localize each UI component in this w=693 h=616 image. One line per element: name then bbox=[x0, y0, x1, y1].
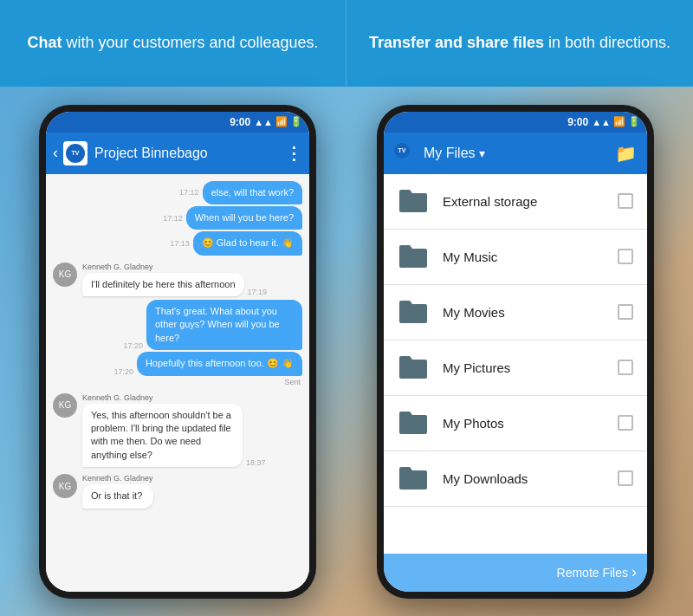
chat-screen: 9:00 ▲▲ 📶 🔋 ‹ Project Binnebago ⋮ 17:1 bbox=[46, 112, 309, 592]
msg-time: 17:12 bbox=[179, 188, 199, 197]
file-item-my-downloads[interactable]: My Downloads bbox=[384, 451, 647, 507]
file-name: My Pictures bbox=[443, 360, 618, 375]
message-bubble: else, will that work? bbox=[203, 181, 302, 204]
folder-icon bbox=[398, 299, 429, 325]
header-right-text: Transfer and share files in both directi… bbox=[369, 32, 670, 54]
file-checkbox[interactable] bbox=[618, 470, 633, 486]
message-bubble: Hopefully this afternoon too. 😊 👋 bbox=[137, 352, 302, 375]
msg-time: 17:19 bbox=[248, 288, 268, 296]
file-name: My Music bbox=[443, 250, 618, 264]
message-bubble: Or is that it? bbox=[82, 484, 153, 508]
file-item-my-music[interactable]: My Music bbox=[384, 230, 647, 285]
teamviewer-logo-files bbox=[394, 143, 415, 164]
chat-status-time: 9:00 bbox=[230, 116, 250, 128]
files-phone: 9:00 ▲▲ 📶 🔋 My Files ▾ 📁 bbox=[377, 105, 654, 599]
file-name: External storage bbox=[443, 194, 618, 209]
dropdown-icon[interactable]: ▾ bbox=[479, 146, 485, 160]
avatar: KG bbox=[53, 474, 77, 498]
file-item-my-movies[interactable]: My Movies bbox=[384, 285, 647, 340]
message-bubble: I'll definitely be here this afternoon bbox=[82, 273, 244, 296]
phones-area: 9:00 ▲▲ 📶 🔋 ‹ Project Binnebago ⋮ 17:1 bbox=[0, 87, 693, 616]
received-msg-group-3: KG Kenneth G. Gladney Or is that it? bbox=[53, 474, 302, 508]
back-icon[interactable]: ‹ bbox=[53, 144, 58, 162]
sender-name: Kenneth G. Gladney bbox=[82, 263, 267, 271]
header-banner: Chat with your customers and colleagues.… bbox=[0, 0, 693, 87]
received-msg-group-2: KG Kenneth G. Gladney Yes, this afternoo… bbox=[53, 393, 302, 468]
chat-app-bar: ‹ Project Binnebago ⋮ bbox=[46, 133, 309, 174]
file-checkbox[interactable] bbox=[618, 415, 633, 431]
teamviewer-logo bbox=[63, 141, 87, 165]
chevron-right-icon: › bbox=[631, 563, 637, 581]
folder-icon bbox=[398, 465, 429, 491]
files-title: My Files bbox=[424, 146, 476, 161]
file-checkbox[interactable] bbox=[618, 360, 633, 375]
files-status-bar: 9:00 ▲▲ 📶 🔋 bbox=[384, 112, 647, 133]
files-title-area: My Files ▾ bbox=[394, 143, 615, 164]
message-bubble: When will you be here? bbox=[186, 206, 302, 230]
files-status-time: 9:00 bbox=[567, 116, 588, 128]
remote-files-bar: Remote Files › bbox=[384, 554, 647, 592]
add-folder-icon[interactable]: 📁 bbox=[615, 143, 637, 164]
avatar: KG bbox=[53, 263, 77, 287]
file-checkbox[interactable] bbox=[618, 304, 633, 320]
file-name: My Downloads bbox=[443, 471, 618, 486]
file-item-external-storage[interactable]: External storage bbox=[384, 174, 647, 230]
files-screen: 9:00 ▲▲ 📶 🔋 My Files ▾ 📁 bbox=[384, 112, 647, 592]
sender-name: Kenneth G. Gladney bbox=[82, 393, 266, 402]
file-checkbox[interactable] bbox=[618, 249, 633, 264]
file-name: My Movies bbox=[443, 305, 618, 320]
chat-title: Project Binnebago bbox=[94, 146, 285, 161]
sent-label: Sent bbox=[284, 378, 301, 386]
file-item-my-photos[interactable]: My Photos bbox=[384, 396, 647, 451]
msg-time: 18:37 bbox=[246, 458, 266, 467]
chat-status-bar: 9:00 ▲▲ 📶 🔋 bbox=[46, 112, 309, 133]
file-name: My Photos bbox=[443, 416, 618, 431]
file-checkbox[interactable] bbox=[618, 193, 633, 209]
menu-icon[interactable]: ⋮ bbox=[285, 143, 302, 164]
file-item-my-pictures[interactable]: My Pictures bbox=[384, 340, 647, 396]
folder-icon bbox=[398, 354, 429, 380]
msg-time: 17:20 bbox=[113, 367, 133, 376]
msg-time: 17:13 bbox=[170, 239, 190, 248]
header-right: Transfer and share files in both directi… bbox=[346, 0, 693, 87]
msg-time: 17:12 bbox=[163, 214, 183, 223]
files-list: External storage My Music bbox=[384, 174, 647, 554]
remote-files-button[interactable]: Remote Files › bbox=[557, 563, 637, 581]
message-bubble: 😊 Glad to hear it. 👋 bbox=[193, 231, 302, 255]
sender-name: Kenneth G. Gladney bbox=[82, 474, 153, 483]
message-bubble: That's great. What about you other guys?… bbox=[146, 300, 302, 350]
header-left: Chat with your customers and colleagues. bbox=[0, 0, 346, 87]
chat-messages-area: 17:12 else, will that work? 17:12 When w… bbox=[46, 174, 309, 592]
message-bubble: Yes, this afternoon shouldn't be a probl… bbox=[82, 404, 243, 468]
msg-time: 17:20 bbox=[123, 341, 143, 350]
header-left-text: Chat with your customers and colleagues. bbox=[27, 32, 318, 54]
folder-icon bbox=[398, 410, 429, 436]
received-msg-group: KG Kenneth G. Gladney I'll definitely be… bbox=[53, 263, 302, 296]
remote-files-label: Remote Files bbox=[557, 566, 628, 580]
folder-icon bbox=[398, 188, 429, 214]
chat-phone: 9:00 ▲▲ 📶 🔋 ‹ Project Binnebago ⋮ 17:1 bbox=[39, 105, 316, 599]
files-app-bar: My Files ▾ 📁 bbox=[384, 133, 647, 174]
avatar: KG bbox=[53, 393, 77, 418]
folder-icon bbox=[398, 243, 429, 269]
